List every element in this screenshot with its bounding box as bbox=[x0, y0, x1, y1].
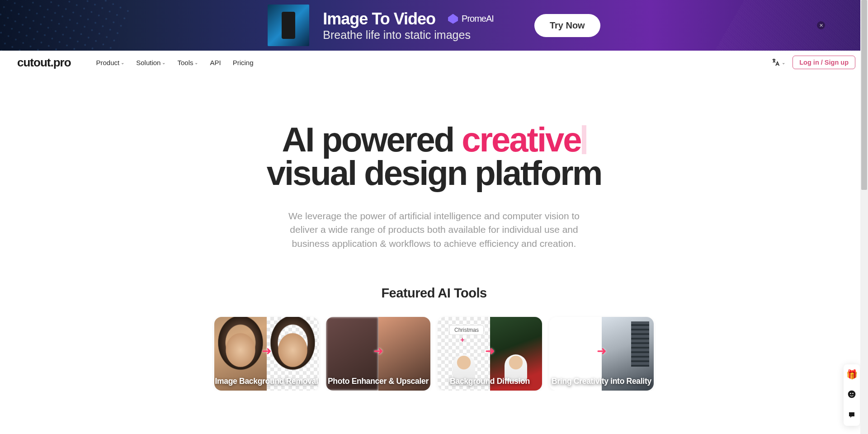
card-label: Image Background Removal bbox=[214, 377, 319, 386]
promeai-logo-icon bbox=[448, 14, 458, 24]
login-signup-button[interactable]: Log in / Sign up bbox=[793, 56, 855, 69]
card-label: Background Diffusion bbox=[438, 377, 542, 386]
nav-right: ⌄ Log in / Sign up bbox=[771, 56, 855, 69]
banner-brand-label: PromeAI bbox=[462, 14, 494, 24]
support-icon[interactable] bbox=[847, 390, 856, 391]
nav-api[interactable]: API bbox=[210, 59, 221, 66]
hero-highlight: creative bbox=[462, 120, 580, 159]
hero-section: AI powered creative visual design platfo… bbox=[0, 123, 868, 250]
card-label: Photo Enhancer & Upscaler bbox=[326, 377, 430, 386]
banner-title: Image To Video bbox=[323, 9, 435, 28]
banner-text: Image To Video PromeAI Breathe life into… bbox=[323, 9, 494, 42]
nav-links: Product⌄ Solution⌄ Tools⌄ API Pricing bbox=[96, 59, 254, 66]
arrow-icon: ➜ bbox=[597, 344, 607, 358]
tag-input: Christmas bbox=[449, 325, 484, 335]
promo-banner: Image To Video PromeAI Breathe life into… bbox=[0, 0, 868, 51]
side-widget-stack: 🎁 bbox=[844, 364, 860, 391]
nav-label: Solution bbox=[136, 59, 160, 66]
arrow-icon: ➜ bbox=[485, 344, 495, 358]
nav-solution[interactable]: Solution⌄ bbox=[136, 59, 165, 66]
nav-product[interactable]: Product⌄ bbox=[96, 59, 125, 66]
nav-label: Pricing bbox=[233, 59, 254, 66]
hero-line2: visual design platform bbox=[267, 154, 602, 192]
scroll-thumb[interactable] bbox=[861, 0, 867, 190]
arrow-icon: ➜ bbox=[262, 344, 272, 358]
plus-icon: + bbox=[460, 336, 464, 344]
banner-brand: PromeAI bbox=[448, 14, 494, 24]
svg-point-0 bbox=[848, 391, 856, 391]
featured-title: Featured AI Tools bbox=[0, 286, 868, 301]
chevron-down-icon: ⌄ bbox=[162, 60, 165, 65]
nav-pricing[interactable]: Pricing bbox=[233, 59, 254, 66]
featured-section: Featured AI Tools ➜ Image Background Rem… bbox=[0, 286, 868, 391]
chevron-down-icon: ⌄ bbox=[121, 60, 124, 65]
chevron-down-icon: ⌄ bbox=[782, 60, 785, 65]
close-icon[interactable]: ✕ bbox=[817, 21, 825, 29]
top-nav: cutout.pro Product⌄ Solution⌄ Tools⌄ API… bbox=[0, 51, 868, 74]
site-logo[interactable]: cutout.pro bbox=[17, 56, 71, 70]
banner-subtitle: Breathe life into static images bbox=[323, 28, 494, 42]
translate-icon bbox=[771, 57, 781, 67]
hero-heading: AI powered creative visual design platfo… bbox=[18, 123, 850, 190]
card-diffusion[interactable]: Christmas + ➜ Background Diffusion bbox=[438, 317, 542, 391]
typing-cursor bbox=[582, 125, 586, 154]
card-creativity[interactable]: ➜ Bring Creativity into Reality bbox=[549, 317, 654, 391]
featured-cards: ➜ Image Background Removal ➜ Photo Enhan… bbox=[0, 317, 868, 391]
card-bg-removal[interactable]: ➜ Image Background Removal bbox=[214, 317, 319, 391]
try-now-button[interactable]: Try Now bbox=[534, 14, 600, 37]
card-enhancer[interactable]: ➜ Photo Enhancer & Upscaler bbox=[326, 317, 430, 391]
scrollbar[interactable] bbox=[860, 0, 868, 391]
arrow-icon: ➜ bbox=[373, 344, 383, 358]
nav-tools[interactable]: Tools⌄ bbox=[177, 59, 198, 66]
language-selector[interactable]: ⌄ bbox=[771, 57, 785, 67]
nav-label: Product bbox=[96, 59, 120, 66]
banner-image bbox=[268, 5, 309, 46]
gift-icon[interactable]: 🎁 bbox=[846, 369, 858, 380]
card-label: Bring Creativity into Reality bbox=[549, 377, 654, 386]
hero-subtitle: We leverage the power of artificial inte… bbox=[276, 209, 592, 250]
chevron-down-icon: ⌄ bbox=[194, 60, 198, 65]
nav-label: API bbox=[210, 59, 221, 66]
hero-prefix: AI powered bbox=[282, 120, 462, 159]
nav-label: Tools bbox=[177, 59, 193, 66]
